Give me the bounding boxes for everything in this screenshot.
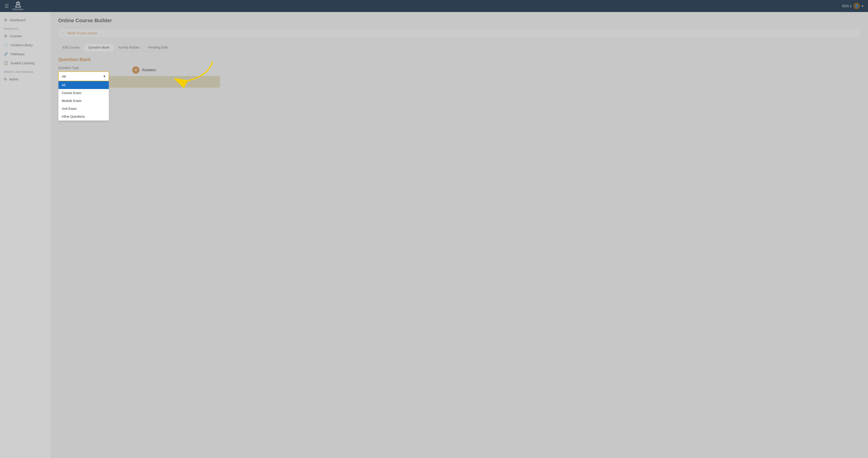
sidebar-item-guided-learning[interactable]: 📋 Guided Learning › [0,58,51,67]
dropdown-list: All Course Exam Module Exam Unit Exam In… [58,81,109,121]
breadcrumb-text: Name of your course [67,31,97,35]
main-content: Online Course Builder ← Name of your cou… [51,12,868,458]
dropdown-option-all[interactable]: All [58,81,109,89]
sidebar-label-dashboard: Dashboard [10,18,26,22]
sidebar-label-admin: Admin [9,78,19,81]
dropdown-option-module-exam[interactable]: Module Exam [58,97,109,105]
logo-area: Censeo [12,1,23,11]
sidebar-item-dashboard[interactable]: 🖥 Dashboard › [0,16,51,25]
pathways-icon: 🔗 [4,52,8,56]
user-chevron-icon[interactable]: ▾ [862,4,863,8]
question-type-dropdown[interactable]: All ▾ All Course Exam Module Exam Unit E… [58,71,109,81]
create-manage-section-label: CREATE AND MANAGE [0,67,51,75]
products-section-label: PRODUCTS [0,25,51,32]
question-bank-title: Question Bank [58,57,861,62]
guided-learning-icon: 📋 [4,61,8,65]
sidebar-item-courses[interactable]: 🖥 Courses › [0,32,51,40]
dropdown-chevron-icon: ▾ [103,74,105,78]
add-answers-button[interactable]: + [132,66,140,74]
tab-edit-course[interactable]: Edit Course [58,44,84,51]
svg-line-2 [20,5,21,7]
courses-icon: 🖥 [4,34,7,38]
sidebar-label-pathways: Pathways [11,52,25,56]
svg-line-1 [16,5,17,7]
answers-area: + Answers [132,66,861,74]
top-nav: ☰ Censeo EDS 1 👤 ▾ [0,0,868,12]
dashboard-chevron-icon: › [46,19,47,22]
dropdown-option-unit-exam[interactable]: Unit Exam [58,105,109,113]
courses-chevron-icon: › [46,35,47,37]
dropdown-option-inline-questions[interactable]: Inline Questions [58,113,109,120]
tab-pending-edits[interactable]: Pending Edits [144,44,173,51]
user-label: EDS 1 [842,4,851,8]
censeo-logo-icon [14,1,22,8]
sidebar-item-pathways[interactable]: 🔗 Pathways › [0,50,51,58]
guided-learning-chevron-icon: › [46,62,47,64]
dropdown-option-course-exam[interactable]: Course Exam [58,89,109,97]
admin-icon: ⚙ [4,77,7,81]
sidebar-label-guided-learning: Guided Learning [11,61,35,65]
hamburger-icon[interactable]: ☰ [5,3,9,9]
dropdown-select[interactable]: All ▾ [58,71,109,81]
app-layout: 🖥 Dashboard › PRODUCTS 🖥 Courses › 📄 Con… [0,0,868,458]
content-library-icon: 📄 [4,43,8,47]
logo-text: Censeo [12,8,23,11]
pathways-chevron-icon: › [46,53,47,56]
sidebar-item-admin[interactable]: ⚙ Admin › [0,75,51,84]
breadcrumb-arrow-icon: ← [62,31,65,35]
answers-label: Answers [142,68,156,72]
avatar: 👤 [854,3,860,9]
sidebar-label-courses: Courses [10,34,22,38]
tabs-bar: Edit Course Question Bank Activity Build… [58,44,861,51]
dropdown-selected-value: All [62,75,66,78]
content-library-chevron-icon: › [46,44,47,47]
nav-right: EDS 1 👤 ▾ [842,3,863,9]
answer-box [109,76,220,88]
dashboard-icon: 🖥 [4,18,7,22]
tab-activity-builder[interactable]: Activity Builder [114,44,144,51]
tab-question-bank[interactable]: Question Bank [84,44,114,51]
sidebar-label-content-library: Content Library [11,43,33,47]
sidebar: 🖥 Dashboard › PRODUCTS 🖥 Courses › 📄 Con… [0,12,51,458]
sidebar-item-content-library[interactable]: 📄 Content Library › [0,40,51,50]
admin-chevron-icon: › [46,78,47,81]
page-title: Online Course Builder [58,18,861,24]
breadcrumb[interactable]: ← Name of your course [58,28,861,38]
nav-left: ☰ Censeo [5,1,23,11]
